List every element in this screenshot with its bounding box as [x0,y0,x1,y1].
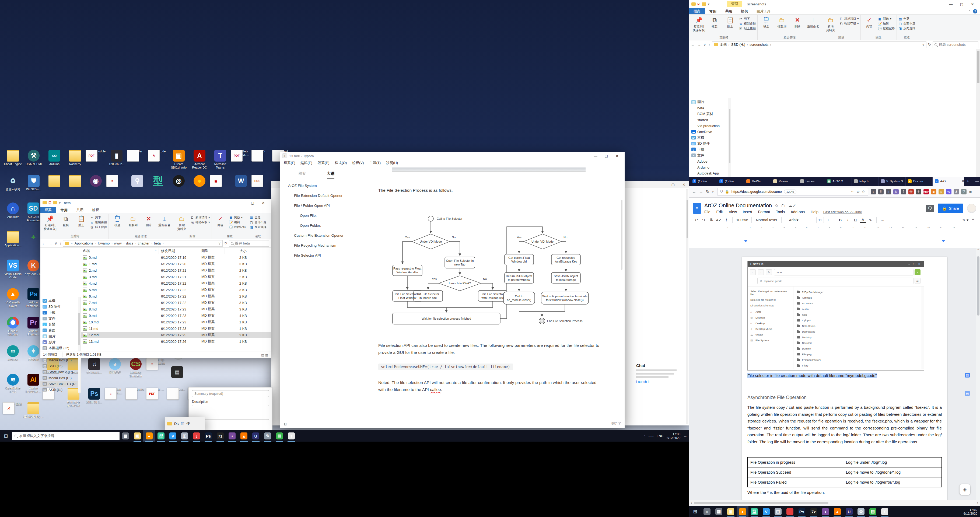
sidebar-item[interactable]: ≡ 文件 [40,316,81,321]
spellcheck-icon[interactable]: A✓ [716,217,722,223]
desktop-icon[interactable]: ≡ draw23d productio... [105,388,125,395]
taskbar-app-icon[interactable]: 7z [808,506,819,517]
desktop-icon[interactable]: ◎ [169,175,189,188]
clock[interactable]: 17:306/12/2020 [667,432,680,440]
bold-button[interactable]: B [837,217,843,223]
easy-access-button[interactable]: ⎗輕鬆存取 ▾ [190,220,210,224]
title-bar[interactable]: ☑ ▾ 管理 screenshots — ▢ ✕ [689,0,980,8]
recent-dropdown-icon[interactable]: ∨ [703,42,706,47]
taskbar-app-icon[interactable]: U [843,506,855,517]
quick-access-dropdown-icon[interactable]: ▾ [708,2,710,6]
outline-item[interactable]: Open Folder: [280,221,353,231]
breadcrumb-segment[interactable]: beta [154,241,161,245]
ribbon-collapse-icon[interactable]: ^ [969,9,970,13]
extension-icon[interactable]: ABP [923,189,929,194]
reload-icon[interactable]: ↻ [706,189,710,194]
tab-share[interactable]: 共用 [721,8,737,14]
quick-access-dropdown-icon[interactable]: ▾ [59,201,61,205]
scrollbar[interactable] [621,167,622,419]
editing-mode-button[interactable]: ✎ ▾ [962,217,969,223]
underline-button[interactable]: U [852,217,859,223]
desktop-icon[interactable]: PDF arozos module li... [86,150,106,157]
desktop-icon[interactable]: ⚲ [127,175,148,188]
properties-button[interactable]: ✓內容 [213,214,228,227]
cut-button[interactable]: ✂剪下 [739,17,756,21]
taskbar-app-icon[interactable]: ● [737,506,748,517]
desktop-icon[interactable]: Nasberry [65,150,85,166]
sidebar-item[interactable]: ▤ Store Box 2 (L:) [40,369,81,375]
outline-item[interactable]: File Selector API [280,250,353,260]
paste-button[interactable]: 📋貼上 [74,214,88,227]
menu-item[interactable]: 段落(P) [318,161,329,165]
copy-path-button[interactable]: w複製路徑 [90,220,107,224]
maximize-icon[interactable]: ▢ [668,181,678,188]
scrollbar[interactable] [976,49,980,178]
desktop-icon[interactable]: ∩ Audacity [3,202,23,219]
easy-access-button[interactable]: ⎗輕鬆存取 ▾ [839,22,859,25]
quick-access-check-icon[interactable]: ☑ [697,2,700,6]
column-type[interactable]: 類型 [199,248,225,254]
start-button[interactable]: ⊞ [0,430,12,442]
minimize-icon[interactable]: — [972,177,980,185]
scrollbar[interactable] [78,297,81,393]
desktop-icon[interactable]: ◉ [86,175,106,188]
desktop-icon[interactable]: 3D Modeling ... [23,402,44,418]
extension-icon[interactable]: ◙ [931,189,936,194]
desktop-icon[interactable]: VS Visual Studio Code [3,259,23,279]
star-icon[interactable]: ☆ [775,203,778,208]
sidebar-item[interactable]: ▤ Save Box 2TB (D: [40,381,81,387]
taskbar-app-icon[interactable]: T [879,506,891,517]
last-edit-link[interactable]: Last edit was on 29 June [823,210,862,214]
scroll-right-icon[interactable]: › [975,501,980,506]
redo-icon[interactable]: ↷ [700,217,707,223]
desktop-icon[interactable]: CS Cooking Simulator [126,358,146,378]
sidebar-item[interactable]: 🖳 本機 [689,135,731,140]
sidebar-item[interactable]: ↓ 下載 [689,146,731,153]
taskbar-app-icon[interactable]: ↓ [784,506,796,517]
taskbar-app-icon[interactable]: ◫ [772,506,784,517]
pocket-icon[interactable]: ⊙ [857,189,860,194]
desktop-icon[interactable]: ▮ 12003602... [107,150,127,166]
docs-menu-item[interactable]: Add-ons [791,210,805,214]
desktop-icon[interactable]: ∞ Arduino [44,150,65,166]
column-date[interactable]: 修改日期 [159,248,199,254]
chat-launch-link[interactable]: Launch It [636,380,682,384]
docs-menu-item[interactable]: Help [811,210,818,214]
desktop-icon[interactable]: W [231,175,251,188]
taskbar-app-icon[interactable]: 型 [155,430,167,442]
address-bar[interactable]: 本機›SSD (H:)›screenshots› ∨ [712,41,926,48]
desktop-icon[interactable]: A Acrobat Reader DC [189,150,210,169]
select-none-button[interactable]: ▢全部不選 [899,22,915,25]
breadcrumb-segment[interactable]: www [114,241,122,245]
sidebar-item[interactable]: ◫ 3D 物件 [40,304,81,310]
breadcrumb-segment[interactable]: 本機 [720,42,727,47]
quick-access-check-icon[interactable]: ☑ [48,201,51,205]
forward-icon[interactable]: → [699,189,703,194]
sidebar-item[interactable]: ♪ 音樂 [40,321,81,328]
sidebar-item[interactable]: ▤ SSD (H:) [40,387,81,393]
sidebar-item[interactable]: ▤ 本機磁碟 (C:) [40,345,81,351]
edit-button[interactable]: 📝編輯 [878,22,895,25]
taskbar-search-input[interactable]: 在這裡輸入文字來搜尋 [12,432,119,440]
sidebar-item[interactable]: ▶ 影片 [40,339,81,345]
breadcrumb-segment[interactable]: docs [126,241,133,245]
copy-path-button[interactable]: w複製路徑 [739,22,756,25]
forward-icon[interactable]: → [697,42,701,47]
clock[interactable]: 17:306/12/2020 [961,508,980,515]
docs-menu-item[interactable]: Insert [743,210,752,214]
sidebar-item[interactable]: Autodesk App [689,170,731,176]
copy-to-button[interactable]: 🗀複製到 [775,16,789,28]
maximize-icon[interactable]: ▢ [601,152,612,160]
sidebar-item[interactable]: BGM 素材 [689,111,731,117]
desktop-icon[interactable]: ▲ VLC media player [3,288,23,308]
browser-tab[interactable]: f (1) Fac [690,177,717,186]
file-row[interactable]: M↓12.md 6/12/2020 17:25 MD 檔案 2 KB [81,332,271,338]
sidebar-item[interactable]: ◫ 3D 物件 [689,140,731,146]
font-select[interactable]: Arial ▾ [784,217,803,223]
desktop-icon[interactable]: ♫ 07-Viva-L... [84,358,105,374]
pin-button[interactable]: 📌釘選到 [快速存取] [43,214,57,231]
extension-icon[interactable]: ☺ [939,189,944,194]
file-row[interactable]: M↓5.md 6/12/2020 17:22 MD 檔案 3 KB [81,286,271,293]
history-button[interactable]: 🕒歷程記錄 [878,26,895,30]
taskbar-app-icon[interactable]: ▤ [274,430,285,442]
